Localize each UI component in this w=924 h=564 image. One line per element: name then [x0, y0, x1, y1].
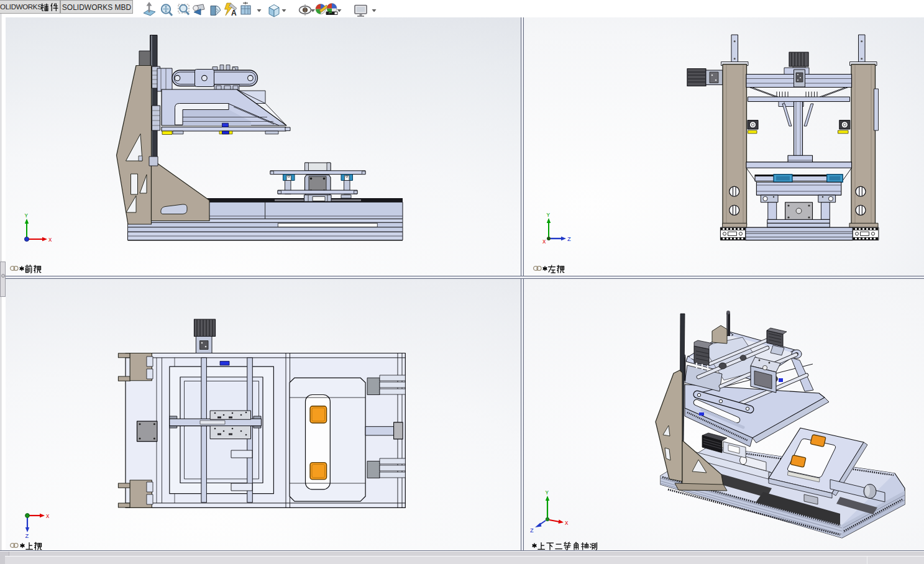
svg-text:Y: Y [547, 212, 551, 219]
svg-text:Z: Z [567, 236, 571, 243]
svg-text:X: X [565, 521, 569, 527]
svg-text:Z: Z [25, 533, 29, 540]
svg-text:A: A [231, 9, 237, 17]
svg-text:X: X [542, 239, 546, 245]
svg-text:Y: Y [25, 213, 29, 219]
svg-text:X: X [46, 514, 50, 520]
svg-text:Y: Y [546, 490, 549, 496]
svg-text:X: X [48, 237, 52, 243]
svg-text:Z: Z [530, 527, 534, 534]
